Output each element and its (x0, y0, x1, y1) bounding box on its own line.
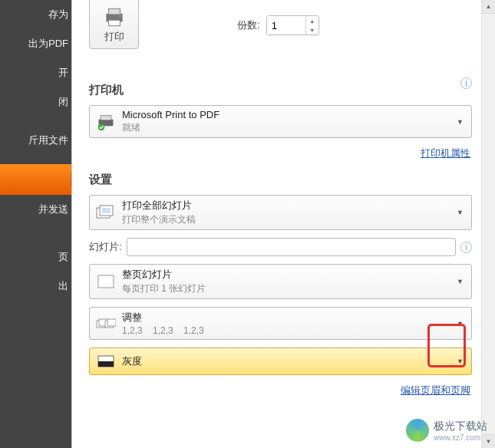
svg-rect-1 (108, 8, 120, 14)
collate-icon (94, 314, 117, 334)
svg-rect-9 (102, 208, 111, 213)
printer-status: 就绪 (122, 121, 454, 134)
full-page-icon (94, 272, 117, 292)
collate-title: 调整 (122, 311, 454, 324)
sidebar-item-recent[interactable]: 斤用文件 (0, 126, 71, 155)
printer-info-icon[interactable]: i (460, 77, 472, 89)
slides-all-icon (94, 203, 117, 222)
printer-icon (101, 4, 127, 30)
svg-rect-14 (107, 319, 116, 326)
chevron-down-icon: ▼ (454, 118, 467, 126)
chevron-down-icon: ▼ (454, 278, 467, 285)
printer-section-title: 打印机 (89, 83, 124, 97)
sidebar-item-options[interactable]: 页 (0, 242, 71, 272)
printer-properties-link[interactable]: 打印机属性 (421, 147, 470, 159)
sidebar-item-open[interactable]: 开 (0, 58, 71, 87)
sidebar-item-exit[interactable]: 出 (0, 272, 71, 301)
copies-label: 份数: (237, 18, 260, 32)
color-mode-select[interactable]: 灰度 ▼ (89, 348, 472, 375)
print-button[interactable]: 打印 (89, 0, 139, 49)
chevron-down-icon: ▼ (454, 320, 467, 328)
copies-up[interactable]: ▲ (306, 16, 318, 25)
scroll-up-arrow[interactable]: ▲ (482, 0, 495, 14)
print-range-select[interactable]: 打印全部幻灯片 打印整个演示文稿 ▼ (89, 195, 472, 230)
copies-spinner[interactable]: ▲ ▼ (266, 15, 319, 35)
watermark-url: www.xz7.com (434, 433, 487, 442)
sidebar-item-close[interactable]: 闭 (0, 87, 71, 117)
copies-row: 份数: ▲ ▼ (237, 15, 319, 35)
sidebar-item-print[interactable] (0, 164, 71, 195)
printer-name: Microsoft Print to PDF (122, 109, 454, 120)
sidebar-item-saveas[interactable]: 存为 (0, 0, 71, 29)
backstage-sidebar: 存为 出为PDF 开 闭 斤用文件 并发送 页 出 (0, 0, 71, 448)
copies-down[interactable]: ▼ (306, 25, 318, 35)
slides-info-icon[interactable]: i (460, 242, 472, 253)
printer-select[interactable]: Microsoft Print to PDF 就绪 ▼ (89, 105, 472, 138)
print-range-title: 打印全部幻灯片 (122, 199, 454, 212)
color-mode-title: 灰度 (122, 354, 454, 368)
svg-point-6 (98, 124, 105, 130)
chevron-down-icon: ▼ (454, 209, 467, 216)
collate-select[interactable]: 调整 1,2,3 1,2,3 1,2,3 ▼ (89, 307, 472, 340)
print-panel: 打印 份数: ▲ ▼ 打印机 i Microsoft Print to PDF … (71, 0, 495, 448)
layout-title: 整页幻灯片 (122, 268, 454, 282)
layout-select[interactable]: 整页幻灯片 每页打印 1 张幻灯片 ▼ (89, 264, 472, 299)
watermark-logo-icon (406, 419, 429, 442)
layout-sub: 每页打印 1 张幻灯片 (122, 282, 454, 295)
watermark-text: 极光下载站 (434, 420, 487, 433)
sidebar-item-share[interactable]: 并发送 (0, 195, 71, 224)
slides-range-label: 幻灯片: (89, 240, 122, 254)
grayscale-icon (94, 351, 117, 371)
settings-section-title: 设置 (89, 173, 472, 187)
svg-rect-2 (108, 20, 120, 25)
print-range-sub: 打印整个演示文稿 (122, 213, 454, 226)
edit-header-footer-link[interactable]: 编辑页眉和页脚 (401, 384, 470, 396)
chevron-down-icon: ▼ (454, 357, 467, 365)
printer-device-icon (94, 112, 117, 132)
watermark: 极光下载站 www.xz7.com (406, 419, 487, 442)
collate-sub: 1,2,3 1,2,3 1,2,3 (122, 325, 454, 336)
slides-range-input[interactable] (127, 238, 456, 256)
svg-point-3 (119, 15, 121, 18)
print-button-label: 打印 (104, 30, 124, 44)
svg-rect-5 (101, 115, 111, 120)
vertical-scrollbar[interactable]: ▲ ▼ (481, 0, 495, 448)
svg-rect-10 (98, 275, 114, 288)
copies-input[interactable] (267, 16, 305, 35)
sidebar-item-export-pdf[interactable]: 出为PDF (0, 29, 71, 58)
svg-rect-16 (98, 361, 114, 367)
